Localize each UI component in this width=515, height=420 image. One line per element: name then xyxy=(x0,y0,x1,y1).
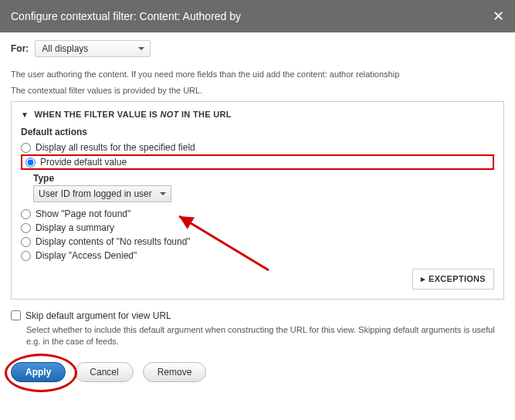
radio-provide-default-label: Provide default value xyxy=(40,157,127,168)
type-select[interactable]: User ID from logged in user xyxy=(33,185,171,202)
close-icon[interactable]: ✕ xyxy=(493,8,504,25)
disclosure-right-icon: ▸ xyxy=(421,274,425,283)
remove-button[interactable]: Remove xyxy=(143,362,207,382)
exceptions-label: EXCEPTIONS xyxy=(429,274,486,283)
radio-page-not-found-label: Show "Page not found" xyxy=(36,208,130,219)
radio-access-denied-label: Display "Access Denied" xyxy=(36,250,137,261)
when-not-in-url-fieldset: ▼ WHEN THE FILTER VALUE IS NOT IN THE UR… xyxy=(11,101,504,300)
skip-default-help: Select whether to include this default a… xyxy=(26,324,504,348)
radio-summary-label: Display a summary xyxy=(36,222,114,233)
radio-page-not-found[interactable] xyxy=(21,209,31,219)
skip-default-checkbox[interactable] xyxy=(11,310,21,320)
type-select-value: User ID from logged in user xyxy=(39,188,152,199)
radio-summary[interactable] xyxy=(21,223,31,233)
radio-no-results[interactable] xyxy=(21,237,31,247)
help-text-1: The user authoring the content. If you n… xyxy=(11,68,504,81)
highlight-provide-default: Provide default value xyxy=(21,154,494,170)
fieldset-legend[interactable]: ▼ WHEN THE FILTER VALUE IS NOT IN THE UR… xyxy=(21,110,494,119)
for-select[interactable]: All displays xyxy=(35,40,151,57)
for-select-value: All displays xyxy=(42,43,88,54)
radio-display-all-label: Display all results for the specified fi… xyxy=(36,142,195,153)
for-label: For: xyxy=(11,43,29,54)
radio-display-all[interactable] xyxy=(21,143,31,153)
help-text-2: The contextual filter values is provided… xyxy=(11,84,504,97)
modal-title: Configure contextual filter: Content: Au… xyxy=(11,10,241,22)
exceptions-section[interactable]: ▸ EXCEPTIONS xyxy=(412,269,494,290)
default-actions-heading: Default actions xyxy=(21,127,494,137)
radio-no-results-label: Display contents of "No results found" xyxy=(36,236,191,247)
skip-default-label: Skip default argument for view URL xyxy=(25,310,171,321)
radio-provide-default[interactable] xyxy=(25,158,36,168)
disclosure-down-icon: ▼ xyxy=(21,110,29,119)
radio-access-denied[interactable] xyxy=(21,251,31,261)
cancel-button[interactable]: Cancel xyxy=(75,362,133,382)
apply-button[interactable]: Apply xyxy=(11,362,66,382)
type-label: Type xyxy=(33,173,494,184)
